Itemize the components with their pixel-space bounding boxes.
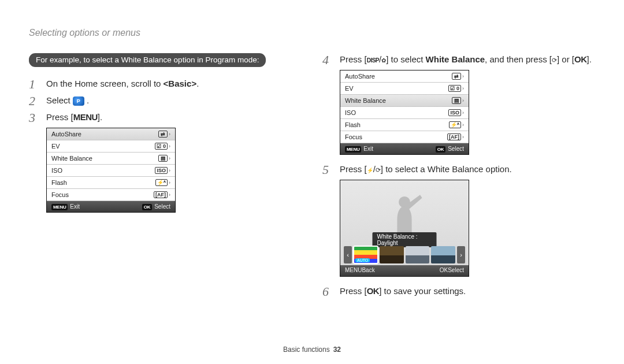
menu-row[interactable]: Focus[AF]›: [47, 189, 175, 201]
page-footer: Basic functions32: [0, 346, 624, 354]
menu-row[interactable]: ISOISO›: [47, 165, 175, 177]
step-number: 5: [322, 163, 333, 176]
menu-footer: MENUExitOKSelect: [47, 201, 175, 212]
left-steps: 1 On the Home screen, scroll to <Basic>.…: [29, 77, 302, 124]
wb-thumbnails: ‹ ›: [344, 246, 465, 263]
menu-row-label: EV: [345, 85, 354, 92]
wb-option-cloudy[interactable]: [406, 246, 430, 263]
step-number: 4: [322, 53, 333, 66]
menu-row-label: White Balance: [345, 97, 386, 104]
step-text: On the Home screen, scroll to <Basic>.: [46, 77, 199, 90]
camera-menu-screenshot-right: AutoShare⇄›EV☑ 0›White Balance▤›ISOISO›F…: [340, 70, 469, 155]
step-text: Press [MENU].: [46, 111, 102, 124]
menu-row[interactable]: White Balance▤›: [340, 95, 469, 107]
menu-row[interactable]: ISOISO›: [340, 107, 469, 119]
menu-row-value: [AF]›: [154, 191, 170, 198]
menu-row[interactable]: Flash⚡ᴬ›: [340, 119, 469, 131]
wb-footer: MENUBack OKSelect: [340, 265, 469, 276]
menu-row-label: AutoShare: [345, 73, 375, 80]
menu-row-label: ISO: [345, 109, 356, 116]
wb-label: White Balance : Daylight: [373, 232, 437, 247]
step-number: 1: [29, 77, 39, 91]
right-steps: 4 Press [/] to select White Balance, and…: [322, 53, 595, 66]
menu-row[interactable]: AutoShare⇄›: [47, 128, 175, 140]
menu-row-label: White Balance: [51, 155, 92, 162]
menu-row[interactable]: EV☑ 0›: [340, 83, 469, 95]
menu-row-label: Flash: [51, 179, 67, 186]
wb-option-auto[interactable]: [354, 246, 378, 263]
menu-row-value: ▤›: [452, 97, 464, 104]
wb-option-fluorescent[interactable]: [431, 246, 455, 263]
page-title: Selecting options or menus: [29, 28, 595, 38]
menu-row-value: ISO›: [448, 109, 464, 116]
menu-row[interactable]: Focus[AF]›: [340, 131, 469, 143]
example-pill: For example, to select a White Balance o…: [29, 53, 266, 67]
menu-footer: MENUExitOKSelect: [340, 143, 469, 154]
step-text: Press [/] to select a White Balance opti…: [340, 163, 512, 176]
menu-row[interactable]: AutoShare⇄›: [340, 70, 469, 83]
white-balance-preview: White Balance : Daylight ‹ › MENUBack OK…: [340, 180, 469, 277]
right-steps-3: 6 Press [OK] to save your settings.: [322, 285, 595, 298]
menu-row-label: ISO: [51, 167, 62, 174]
menu-row-value: ⇄›: [158, 131, 170, 138]
step-number: 3: [29, 111, 39, 124]
menu-row[interactable]: Flash⚡ᴬ›: [47, 177, 175, 189]
camera-menu-screenshot-left: AutoShare⇄›EV☑ 0›White Balance▤›ISOISO›F…: [46, 128, 176, 213]
menu-row-label: Focus: [51, 191, 69, 198]
menu-row-label: AutoShare: [51, 131, 81, 138]
menu-row-value: ▤›: [158, 155, 170, 162]
next-arrow-icon[interactable]: ›: [457, 246, 465, 263]
menu-row-value: ☑ 0›: [155, 143, 170, 150]
menu-row-value: ⚡ᴬ›: [155, 179, 170, 186]
menu-row[interactable]: EV☑ 0›: [47, 140, 175, 153]
menu-row-label: Flash: [345, 121, 361, 128]
menu-row-label: EV: [51, 143, 60, 150]
step-text: Select P .: [46, 94, 89, 107]
menu-row-value: ISO›: [155, 167, 170, 174]
left-column: For example, to select a White Balance o…: [29, 53, 302, 302]
menu-row-value: ☑ 0›: [448, 85, 464, 92]
step-text: Press [OK] to save your settings.: [340, 285, 466, 298]
wb-option-daylight[interactable]: [380, 246, 404, 263]
menu-row-value: ⇄›: [452, 73, 464, 80]
step-number: 2: [29, 94, 39, 107]
menu-row-label: Focus: [345, 133, 362, 140]
menu-row-value: [AF]›: [447, 133, 464, 140]
right-column: 4 Press [/] to select White Balance, and…: [322, 53, 595, 302]
menu-row-value: ⚡ᴬ›: [449, 121, 464, 128]
step-text: Press [/] to select White Balance, and t…: [340, 53, 592, 66]
menu-row[interactable]: White Balance▤›: [47, 153, 175, 165]
step-number: 6: [322, 285, 333, 298]
right-steps-2: 5 Press [/] to select a White Balance op…: [322, 163, 595, 176]
prev-arrow-icon[interactable]: ‹: [344, 246, 352, 263]
